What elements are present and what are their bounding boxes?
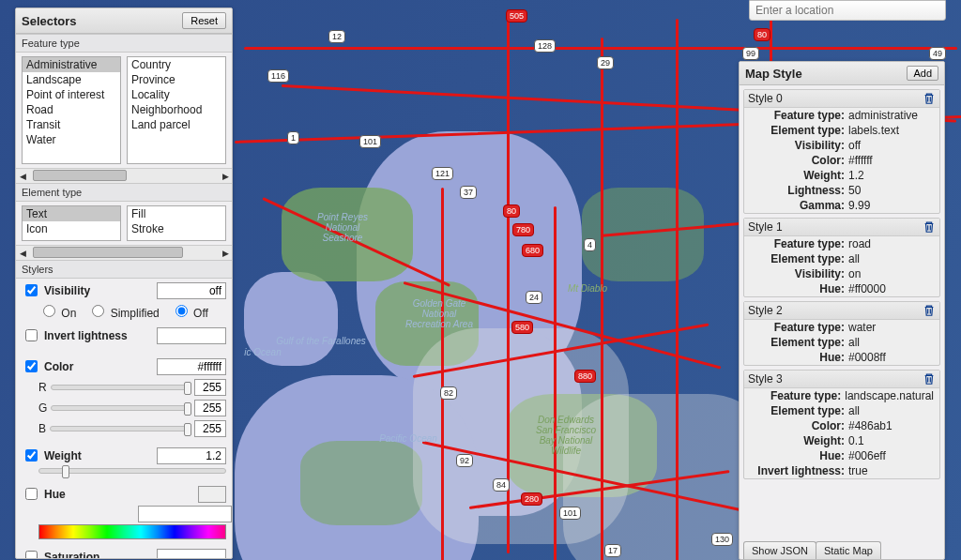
style-property-key: Weight: xyxy=(750,169,848,182)
style-property-row: Feature type:road xyxy=(744,236,939,251)
g-slider[interactable] xyxy=(51,405,191,411)
style-property-row: Visibility:on xyxy=(744,266,939,281)
invert-lightness-checkbox[interactable] xyxy=(25,329,38,341)
shield-580: 580 xyxy=(511,321,533,334)
feature-type-heading: Feature type xyxy=(16,34,232,53)
color-label: Color xyxy=(44,360,73,373)
hue-checkbox[interactable] xyxy=(25,488,38,500)
static-map-tab[interactable]: Static Map xyxy=(816,541,881,559)
feature-type-list-1[interactable]: AdministrativeLandscapePoint of interest… xyxy=(22,56,121,164)
saturation-checkbox[interactable] xyxy=(25,551,38,559)
listbox-option[interactable]: Locality xyxy=(128,87,225,102)
hue-swatch xyxy=(198,486,226,503)
location-search-input[interactable] xyxy=(749,0,946,21)
feature-type-list-2[interactable]: CountryProvinceLocalityNeighborhoodLand … xyxy=(127,56,226,164)
style-property-key: Lightness: xyxy=(750,184,848,197)
shield-12: 12 xyxy=(328,30,345,43)
shield-101a: 101 xyxy=(359,135,381,148)
listbox-option[interactable]: Transit xyxy=(23,117,120,132)
show-json-tab[interactable]: Show JSON xyxy=(743,541,816,559)
saturation-value-input[interactable] xyxy=(157,549,226,560)
hue-spectrum[interactable] xyxy=(38,524,226,539)
style-block-2[interactable]: Style 2Feature type:waterElement type:al… xyxy=(743,301,940,366)
listbox-option[interactable]: Water xyxy=(23,132,120,147)
visibility-simplified-radio[interactable] xyxy=(92,305,104,317)
trash-icon[interactable] xyxy=(923,372,936,386)
invert-lightness-value-input[interactable] xyxy=(157,327,226,344)
style-property-row: Gamma:9.99 xyxy=(744,198,939,213)
color-value-input[interactable] xyxy=(157,358,226,375)
weight-value-input[interactable] xyxy=(157,447,226,464)
element-type-hscroll[interactable]: ◀ ▶ xyxy=(16,245,232,260)
b-value-input[interactable] xyxy=(194,420,226,437)
listbox-option[interactable]: Road xyxy=(23,102,120,117)
reset-button[interactable]: Reset xyxy=(182,12,226,29)
element-type-list-1[interactable]: TextIcon xyxy=(22,205,121,241)
listbox-option[interactable]: Land parcel xyxy=(128,117,225,132)
listbox-option[interactable]: Icon xyxy=(23,221,120,236)
style-property-value: #ff0000 xyxy=(848,282,934,295)
shield-1a: 1 xyxy=(287,131,299,144)
map-label-ic-ocean: ic Ocean xyxy=(235,347,291,357)
saturation-label: Saturation xyxy=(44,551,99,560)
map-style-title: Map Style xyxy=(745,67,802,81)
weight-checkbox[interactable] xyxy=(25,449,38,462)
color-checkbox[interactable] xyxy=(25,360,38,372)
listbox-option[interactable]: Province xyxy=(128,72,225,87)
b-slider[interactable] xyxy=(50,426,191,431)
style-property-row: Feature type:administrative xyxy=(744,108,939,123)
style-property-row: Weight:1.2 xyxy=(744,168,939,183)
style-property-value: landscape.natural xyxy=(845,389,934,402)
style-block-0[interactable]: Style 0Feature type:administrativeElemen… xyxy=(743,89,940,214)
feature-type-hscroll[interactable]: ◀ ▶ xyxy=(16,168,232,183)
shield-680: 680 xyxy=(522,244,543,257)
style-name: Style 1 xyxy=(748,220,783,234)
weight-slider[interactable] xyxy=(38,468,226,474)
trash-icon[interactable] xyxy=(923,220,936,234)
style-property-value: 9.99 xyxy=(848,199,934,212)
r-value-input[interactable] xyxy=(194,379,226,396)
visibility-label: Visibility xyxy=(44,284,90,297)
style-property-row: Element type:all xyxy=(744,251,939,266)
style-property-value: off xyxy=(848,139,934,152)
hue-value-input[interactable] xyxy=(138,506,232,522)
map-label-point-reyes: Point ReyesNationalSeashore xyxy=(300,212,385,243)
style-property-value: #486ab1 xyxy=(848,419,934,432)
listbox-option[interactable]: Text xyxy=(23,206,120,221)
style-block-1[interactable]: Style 1Feature type:roadElement type:all… xyxy=(743,218,940,297)
style-property-key: Feature type: xyxy=(750,109,848,122)
style-property-row: Element type:all xyxy=(744,335,939,350)
radio-simplified-label: Simplified xyxy=(111,307,160,320)
trash-icon[interactable] xyxy=(923,304,936,317)
g-value-input[interactable] xyxy=(194,400,226,416)
shield-880: 880 xyxy=(574,370,596,383)
visibility-off-radio[interactable] xyxy=(175,305,188,317)
style-property-row: Element type:all xyxy=(744,403,939,418)
style-property-row: Hue:#006eff xyxy=(744,448,939,463)
shield-29: 29 xyxy=(597,56,614,69)
listbox-option[interactable]: Country xyxy=(128,57,225,72)
element-type-heading: Element type xyxy=(16,183,232,202)
style-property-value: all xyxy=(848,252,934,265)
style-property-row: Visibility:off xyxy=(744,138,939,153)
shield-82: 82 xyxy=(440,386,457,400)
style-block-3[interactable]: Style 3Feature type:landscape.naturalEle… xyxy=(743,370,940,479)
r-slider[interactable] xyxy=(51,385,191,390)
shield-121: 121 xyxy=(432,167,453,180)
listbox-option[interactable]: Fill xyxy=(128,206,225,221)
listbox-option[interactable]: Point of interest xyxy=(23,87,120,102)
style-property-row: Feature type:water xyxy=(744,320,939,335)
listbox-option[interactable]: Administrative xyxy=(23,57,120,72)
visibility-value-input[interactable] xyxy=(157,282,226,299)
trash-icon[interactable] xyxy=(923,92,936,105)
style-property-key: Element type: xyxy=(750,124,848,137)
visibility-checkbox[interactable] xyxy=(25,284,38,296)
listbox-option[interactable]: Landscape xyxy=(23,72,120,87)
style-property-key: Color: xyxy=(750,154,848,167)
listbox-option[interactable]: Neighborhood xyxy=(128,102,225,117)
visibility-on-radio[interactable] xyxy=(43,305,55,317)
listbox-option[interactable]: Stroke xyxy=(128,221,225,236)
map-label-golden-gate: Golden GateNationalRecreation Area xyxy=(392,298,486,329)
add-style-button[interactable]: Add xyxy=(907,66,938,81)
element-type-list-2[interactable]: FillStroke xyxy=(127,205,226,241)
